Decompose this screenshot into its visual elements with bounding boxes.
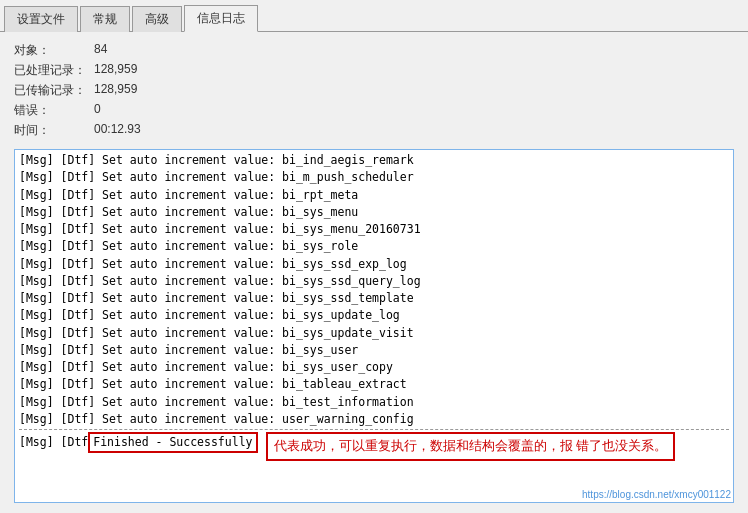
errors-value: 0 xyxy=(94,102,734,119)
info-grid: 对象： 84 已处理记录： 128,959 已传输记录： 128,959 错误：… xyxy=(14,42,734,139)
main-content: 对象： 84 已处理记录： 128,959 已传输记录： 128,959 错误：… xyxy=(0,31,748,513)
log-line: [Msg] [Dtf] Set auto increment value: bi… xyxy=(19,325,729,342)
log-container: [Msg] [Dtf] Set auto increment value: bi… xyxy=(14,149,734,503)
main-window: 设置文件 常规 高级 信息日志 对象： 84 已处理记录： 128,959 已传… xyxy=(0,0,748,513)
transferred-value: 128,959 xyxy=(94,82,734,99)
object-label: 对象： xyxy=(14,42,94,59)
log-line: [Msg] [Dtf] Set auto increment value: bi… xyxy=(19,238,729,255)
log-line: [Msg] [Dtf] Set auto increment value: bi… xyxy=(19,221,729,238)
tab-advanced[interactable]: 高级 xyxy=(132,6,182,32)
finished-box: Finished - Successfully xyxy=(88,432,257,453)
log-line: [Msg] [Dtf] Set auto increment value: bi… xyxy=(19,256,729,273)
finished-prefix: [Msg] [Dtf xyxy=(19,435,88,449)
watermark: https://blog.csdn.net/xmcy001122 xyxy=(582,489,731,500)
log-line: [Msg] [Dtf] Set auto increment value: bi… xyxy=(19,290,729,307)
tab-settings-file[interactable]: 设置文件 xyxy=(4,6,78,32)
log-line: [Msg] [Dtf] Set auto increment value: bi… xyxy=(19,394,729,411)
log-line: [Msg] [Dtf] Set auto increment value: bi… xyxy=(19,376,729,393)
log-line: [Msg] [Dtf] Set auto increment value: bi… xyxy=(19,187,729,204)
log-line: [Msg] [Dtf] Set auto increment value: us… xyxy=(19,411,729,428)
log-line: [Msg] [Dtf] Set auto increment value: bi… xyxy=(19,152,729,169)
annotation-box: 代表成功，可以重复执行，数据和结构会覆盖的，报 错了也没关系。 xyxy=(266,432,676,461)
processed-label: 已处理记录： xyxy=(14,62,94,79)
tab-general[interactable]: 常规 xyxy=(80,6,130,32)
log-line: [Msg] [Dtf] Set auto increment value: bi… xyxy=(19,204,729,221)
log-line: [Msg] [Dtf] Set auto increment value: bi… xyxy=(19,342,729,359)
log-separator xyxy=(19,429,729,430)
time-value: 00:12.93 xyxy=(94,122,734,139)
processed-value: 128,959 xyxy=(94,62,734,79)
object-value: 84 xyxy=(94,42,734,59)
tab-info-log[interactable]: 信息日志 xyxy=(184,5,258,32)
tab-bar: 设置文件 常规 高级 信息日志 xyxy=(0,0,748,31)
log-line: [Msg] [Dtf] Set auto increment value: bi… xyxy=(19,273,729,290)
log-line: [Msg] [Dtf] Set auto increment value: bi… xyxy=(19,307,729,324)
errors-label: 错误： xyxy=(14,102,94,119)
finished-line: [Msg] [DtfFinished - Successfully xyxy=(19,432,258,453)
log-scroll-area[interactable]: [Msg] [Dtf] Set auto increment value: bi… xyxy=(15,150,733,502)
log-line: [Msg] [Dtf] Set auto increment value: bi… xyxy=(19,169,729,186)
time-label: 时间： xyxy=(14,122,94,139)
transferred-label: 已传输记录： xyxy=(14,82,94,99)
log-line: [Msg] [Dtf] Set auto increment value: bi… xyxy=(19,359,729,376)
